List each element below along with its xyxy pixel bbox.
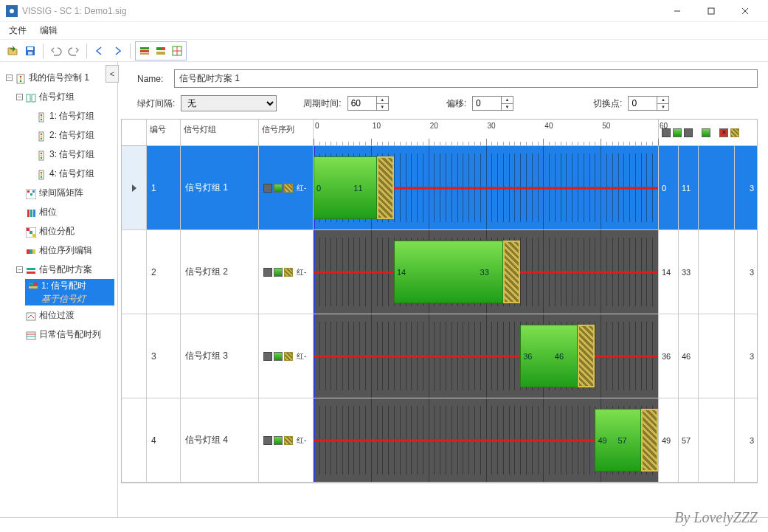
tree-root[interactable]: − 我的信号控制 1 bbox=[4, 68, 114, 87]
name-field[interactable]: 信号配时方案 1 bbox=[174, 69, 758, 88]
tree-timing-plan-1-line2: 基于信号灯 bbox=[28, 294, 86, 304]
timeline-table: 编号 信号灯组 信号序列 0102030405060 1信号灯组 1红-0110… bbox=[121, 119, 758, 483]
prev-button[interactable] bbox=[91, 43, 108, 59]
svg-point-38 bbox=[41, 174, 42, 176]
cell-num: 4 bbox=[147, 398, 181, 482]
timeline-canvas[interactable]: 4957 bbox=[314, 398, 658, 482]
timeline-row[interactable]: 4信号灯组 4红-495749573 bbox=[122, 398, 757, 483]
signal-icon bbox=[36, 130, 46, 140]
view-table-button[interactable] bbox=[169, 43, 185, 59]
cell-seq: 红- bbox=[259, 314, 314, 398]
save-button[interactable] bbox=[22, 43, 38, 59]
signal-icon bbox=[36, 111, 46, 121]
phase-seq-icon bbox=[26, 245, 36, 255]
tree-phase-label: 相位 bbox=[39, 203, 57, 221]
timeline-row[interactable]: 3信号灯组 3红-364636463 bbox=[122, 314, 757, 398]
tree-signal-groups[interactable]: − 信号灯组 bbox=[15, 87, 114, 106]
col-seq: 信号序列 bbox=[259, 120, 314, 145]
stat-start: 36 bbox=[659, 314, 679, 398]
svg-rect-56 bbox=[29, 283, 33, 285]
green-interval-select[interactable]: 无 bbox=[181, 95, 277, 111]
collapse-tree-button[interactable]: < bbox=[105, 65, 119, 83]
signal-icon bbox=[36, 168, 46, 179]
menu-file[interactable]: 文件 bbox=[9, 24, 27, 37]
time-axis: 0102030405060 bbox=[314, 120, 658, 145]
tree-timing-plans[interactable]: − 信号配时方案 bbox=[15, 260, 114, 279]
tree-sg-item[interactable]: 4: 信号灯组 bbox=[25, 164, 114, 183]
svg-rect-59 bbox=[27, 313, 35, 320]
undo-button[interactable] bbox=[48, 43, 64, 59]
tree-phase[interactable]: 相位 bbox=[15, 202, 114, 221]
next-button[interactable] bbox=[109, 43, 125, 59]
timeline-row[interactable]: 2信号灯组 2红-143314333 bbox=[122, 230, 757, 314]
timeline-canvas[interactable]: 3646 bbox=[314, 314, 658, 398]
open-button[interactable] bbox=[4, 43, 21, 59]
switch-spinner[interactable]: ▲▼ bbox=[657, 96, 669, 111]
collapse-icon[interactable]: − bbox=[16, 266, 23, 273]
tree-daily[interactable]: 日常信号配时列 bbox=[15, 325, 114, 344]
tree-sg-item[interactable]: 1: 信号灯组 bbox=[25, 106, 114, 125]
close-button[interactable] bbox=[728, 0, 762, 22]
col-num: 编号 bbox=[147, 120, 181, 145]
svg-point-25 bbox=[41, 114, 42, 116]
phase-trans-icon bbox=[26, 310, 36, 320]
stat-start: 14 bbox=[659, 230, 679, 314]
cell-num: 1 bbox=[147, 146, 181, 229]
view-ring-button[interactable] bbox=[153, 43, 169, 59]
nav-tree[interactable]: − 我的信号控制 1 − 信号灯组 1: 信号灯组2: 信号灯组3: 信号灯组4… bbox=[0, 62, 117, 517]
view-gantt-button[interactable] bbox=[136, 43, 153, 59]
switch-input[interactable] bbox=[628, 96, 657, 111]
cycle-spinner[interactable]: ▲▼ bbox=[377, 96, 389, 111]
tree-timing-plan-1[interactable]: 1: 信号配时 基于信号灯 bbox=[25, 279, 114, 305]
tree-intergreen[interactable]: 绿间隔矩阵 bbox=[15, 183, 114, 202]
svg-rect-43 bbox=[32, 190, 35, 193]
cycle-input[interactable] bbox=[347, 96, 377, 111]
svg-rect-3 bbox=[708, 8, 714, 14]
menu-edit[interactable]: 编辑 bbox=[40, 24, 58, 37]
amber-phase-bar[interactable] bbox=[377, 156, 394, 219]
amber-phase-bar[interactable] bbox=[503, 241, 520, 303]
row-selector[interactable] bbox=[122, 314, 147, 398]
offset-input[interactable] bbox=[472, 96, 502, 111]
stat-end: 57 bbox=[679, 398, 699, 482]
watermark: By LovelyZZZ bbox=[674, 509, 758, 526]
row-selector[interactable] bbox=[122, 146, 147, 229]
amber-phase-bar[interactable] bbox=[578, 325, 595, 387]
svg-point-34 bbox=[41, 155, 42, 156]
seq-green-icon bbox=[274, 436, 283, 445]
col-group: 信号灯组 bbox=[181, 120, 259, 145]
tree-phase-alloc[interactable]: 相位分配 bbox=[15, 221, 114, 241]
collapse-icon[interactable]: − bbox=[6, 75, 13, 81]
amber-phase-bar[interactable] bbox=[641, 409, 658, 471]
tree-phase-seq-edit[interactable]: 相位序列编辑 bbox=[15, 241, 114, 260]
green-phase-bar[interactable]: 3646 bbox=[520, 325, 578, 387]
maximize-button[interactable] bbox=[694, 0, 728, 22]
window-title: VISSIG - SC 1: Demo1.sig bbox=[22, 6, 660, 16]
svg-rect-49 bbox=[30, 231, 32, 234]
tree-phase-trans[interactable]: 相位过渡 bbox=[15, 305, 114, 325]
controller-icon bbox=[15, 72, 26, 83]
tree-panel: − 我的信号控制 1 − 信号灯组 1: 信号灯组2: 信号灯组3: 信号灯组4… bbox=[0, 62, 118, 517]
green-phase-bar[interactable]: 4957 bbox=[595, 409, 640, 471]
stat-amber: 3 bbox=[735, 398, 757, 482]
seq-red-icon bbox=[263, 184, 272, 193]
row-selector[interactable] bbox=[122, 398, 147, 482]
tree-sg-item[interactable]: 2: 信号灯组 bbox=[25, 125, 114, 145]
collapse-icon[interactable]: − bbox=[16, 94, 23, 100]
svg-rect-50 bbox=[32, 234, 35, 237]
green-phase-bar[interactable]: 1433 bbox=[394, 241, 503, 303]
redo-button[interactable] bbox=[66, 43, 82, 59]
timeline-row[interactable]: 1信号灯组 1红-0110113 bbox=[122, 146, 757, 230]
green-phase-bar[interactable]: 011 bbox=[314, 156, 377, 219]
green-start-label: 36 bbox=[523, 352, 532, 361]
timeline-canvas[interactable]: 1433 bbox=[314, 230, 658, 314]
offset-spinner[interactable]: ▲▼ bbox=[502, 96, 513, 111]
minimize-button[interactable] bbox=[660, 0, 694, 22]
cell-seq: 红- bbox=[259, 398, 314, 482]
tree-sg-item[interactable]: 3: 信号灯组 bbox=[25, 145, 114, 164]
timeline-canvas[interactable]: 011 bbox=[314, 146, 658, 229]
seq-amber-icon bbox=[284, 184, 293, 193]
title-bar: VISSIG - SC 1: Demo1.sig bbox=[0, 0, 768, 22]
row-selector[interactable] bbox=[122, 230, 147, 314]
svg-rect-9 bbox=[140, 47, 149, 49]
